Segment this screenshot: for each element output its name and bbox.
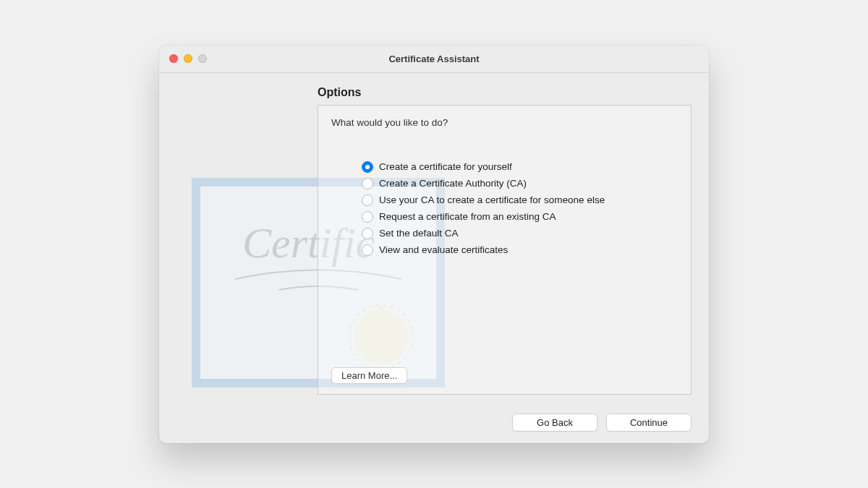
radio-list: Create a certificate for yourself Create… — [362, 161, 678, 256]
radio-label: Set the default CA — [379, 228, 459, 239]
content-area: Certific Options What would you like to … — [159, 73, 709, 405]
radio-indicator[interactable] — [362, 211, 373, 223]
radio-indicator[interactable] — [362, 244, 373, 256]
radio-create-self[interactable]: Create a certificate for yourself — [362, 161, 678, 173]
radio-label: Create a Certificate Authority (CA) — [379, 178, 527, 189]
bottom-bar: Go Back Continue — [159, 405, 709, 443]
radio-label: Create a certificate for yourself — [379, 161, 512, 172]
prompt-text: What would you like to do? — [331, 117, 678, 128]
close-window-button[interactable] — [169, 54, 178, 63]
titlebar: Certificate Assistant — [159, 46, 709, 73]
radio-label: Use your CA to create a certificate for … — [379, 194, 605, 205]
radio-create-ca[interactable]: Create a Certificate Authority (CA) — [362, 178, 678, 189]
radio-use-ca[interactable]: Use your CA to create a certificate for … — [362, 194, 678, 206]
window-title: Certificate Assistant — [168, 53, 700, 64]
go-back-button[interactable]: Go Back — [512, 414, 597, 432]
panel-footer: Learn More... — [331, 367, 678, 384]
certificate-assistant-window: Certificate Assistant Certific Options W… — [159, 46, 709, 443]
continue-button[interactable]: Continue — [606, 414, 692, 432]
radio-view-cert[interactable]: View and evaluate certificates — [362, 244, 678, 256]
radio-label: View and evaluate certificates — [379, 244, 508, 255]
learn-more-button[interactable]: Learn More... — [331, 367, 407, 384]
radio-indicator[interactable] — [362, 228, 373, 239]
options-panel: What would you like to do? Create a cert… — [318, 105, 692, 395]
radio-indicator[interactable] — [362, 178, 373, 189]
minimize-window-button[interactable] — [184, 54, 192, 63]
heading-row: Options — [318, 86, 692, 99]
radio-request-ca[interactable]: Request a certificate from an existing C… — [362, 211, 678, 223]
radio-indicator[interactable] — [362, 194, 373, 206]
radio-default-ca[interactable]: Set the default CA — [362, 228, 678, 239]
radio-label: Request a certificate from an existing C… — [379, 211, 556, 222]
radio-indicator[interactable] — [362, 161, 373, 173]
traffic-lights — [169, 54, 207, 63]
maximize-window-button — [198, 54, 207, 63]
section-heading: Options — [318, 86, 692, 99]
